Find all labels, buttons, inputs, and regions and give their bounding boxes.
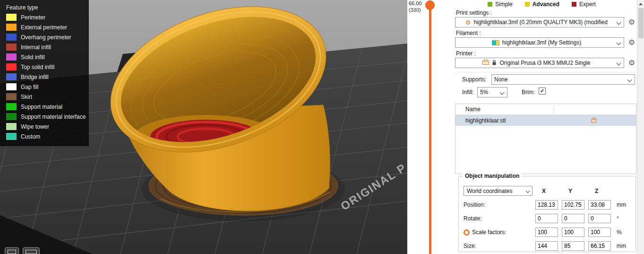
filament-label: Filament : bbox=[456, 30, 481, 36]
feature-color-swatch bbox=[6, 14, 17, 21]
object-list-row[interactable]: highlightklaar.stl bbox=[455, 115, 636, 126]
mode-switcher: Simple Advanced Expert bbox=[488, 0, 596, 8]
size-unit: mm bbox=[615, 243, 630, 249]
printer-icon bbox=[482, 60, 489, 66]
brim-checkbox[interactable]: ✓ bbox=[539, 88, 546, 95]
legend-item: Skirt bbox=[6, 92, 89, 102]
legend-item: Support material bbox=[6, 102, 89, 112]
print-settings-value: highlightklaar.3mf (0.20mm QUALITY MK3) … bbox=[474, 19, 608, 26]
scrollbar-thumb[interactable] bbox=[638, 8, 644, 38]
feature-color-swatch bbox=[6, 83, 17, 90]
panel-scrollbar[interactable] bbox=[637, 0, 644, 254]
position-x-input[interactable] bbox=[535, 200, 558, 210]
filament-value: highlightklaar.3mf (My Settings) bbox=[502, 39, 581, 46]
axis-y-header: Y bbox=[562, 188, 588, 194]
feature-color-swatch bbox=[6, 133, 17, 140]
print-settings-gear-button[interactable]: ⚙ bbox=[627, 18, 636, 26]
legend-item: External perimeter bbox=[6, 22, 89, 32]
size-y-input[interactable] bbox=[562, 241, 584, 251]
filament-color-swatch bbox=[492, 40, 499, 45]
legend-item: Custom bbox=[6, 131, 89, 141]
rotate-x-input[interactable] bbox=[535, 214, 558, 223]
printer-value: Original Prusa i3 MK3 MMU2 Single bbox=[499, 60, 590, 66]
legend-item-label: Internal infill bbox=[21, 44, 51, 51]
print-settings-combo[interactable]: ⚙ highlightklaar.3mf (0.20mm QUALITY MK3… bbox=[455, 17, 624, 27]
feature-type-legend: Feature type Perimeter External perimete… bbox=[0, 0, 89, 146]
legend-item-label: External perimeter bbox=[21, 24, 67, 31]
filament-gear-button[interactable]: ⚙ bbox=[627, 38, 636, 47]
position-y-input[interactable] bbox=[562, 200, 584, 210]
legend-item-label: Support material interface bbox=[21, 114, 86, 120]
printer-label: Printer : bbox=[456, 50, 476, 57]
printer-combo[interactable]: Original Prusa i3 MK3 MMU2 Single bbox=[455, 58, 624, 68]
section-divider bbox=[455, 72, 636, 72]
scale-x-input[interactable] bbox=[535, 228, 558, 237]
legend-item: Perimeter bbox=[6, 12, 89, 22]
chevron-down-icon bbox=[617, 20, 621, 25]
mode-expert[interactable]: Expert bbox=[572, 1, 596, 8]
printer-gear-button[interactable]: ⚙ bbox=[627, 59, 636, 67]
legend-item-label: Support material bbox=[21, 104, 62, 110]
feature-color-swatch bbox=[6, 34, 17, 41]
prusaslicer-window: ORIGINAL P bbox=[0, 0, 644, 254]
mode-simple[interactable]: Simple bbox=[488, 1, 513, 8]
lock-icon bbox=[492, 60, 497, 67]
infill-value: 5% bbox=[480, 89, 488, 96]
legend-item-label: Wipe tower bbox=[21, 123, 49, 130]
rotate-label: Rotate: bbox=[464, 215, 535, 222]
chevron-down-icon bbox=[617, 41, 621, 45]
layer-height-value: 66.00 bbox=[409, 0, 422, 6]
axis-x-header: X bbox=[535, 188, 562, 194]
size-z-input[interactable] bbox=[588, 241, 611, 251]
layer-slider-area: 66.00 (330) bbox=[407, 0, 455, 254]
axis-z-header: Z bbox=[588, 188, 615, 194]
legend-item-label: Top solid infill bbox=[21, 64, 54, 70]
layer-number: (330) bbox=[409, 7, 421, 13]
preset-modified-icon: ⚙ bbox=[465, 19, 471, 26]
coordinates-select[interactable]: World coordinates bbox=[464, 186, 532, 196]
feature-color-swatch bbox=[6, 123, 17, 130]
filament-combo[interactable]: highlightklaar.3mf (My Settings) bbox=[455, 37, 624, 48]
supports-value: None bbox=[494, 76, 508, 83]
brim-label: Brim: bbox=[522, 89, 535, 96]
scale-z-input[interactable] bbox=[588, 228, 611, 237]
supports-select[interactable]: None bbox=[491, 74, 635, 85]
scale-label: Scale factors: bbox=[472, 229, 507, 236]
mode-expert-label: Expert bbox=[579, 1, 596, 8]
infill-select[interactable]: 5% bbox=[477, 87, 507, 97]
right-panel: Simple Advanced Expert Print settings : … bbox=[455, 0, 637, 254]
name-column-header: Name bbox=[465, 106, 481, 113]
rotate-y-input[interactable] bbox=[562, 214, 584, 223]
coordinates-value: World coordinates bbox=[467, 188, 513, 194]
3d-viewport[interactable]: ORIGINAL P bbox=[0, 0, 407, 254]
object-name: highlightklaar.stl bbox=[465, 117, 506, 124]
viewport-toolbar-icon[interactable] bbox=[5, 247, 19, 254]
position-label: Position: bbox=[464, 201, 535, 208]
print-settings-label: Print settings : bbox=[456, 9, 492, 16]
viewport-toolbar-icon[interactable] bbox=[23, 247, 40, 254]
legend-item: Gap fill bbox=[6, 82, 89, 92]
legend-title: Feature type bbox=[6, 3, 89, 12]
mode-simple-icon bbox=[488, 2, 492, 7]
scroll-up-button[interactable] bbox=[637, 0, 644, 8]
layer-slider-handle[interactable] bbox=[425, 0, 435, 10]
scale-warning-icon[interactable] bbox=[464, 229, 470, 236]
object-manipulation-group: Object manipulation World coordinates X … bbox=[458, 176, 636, 252]
printable-toggle-icon[interactable] bbox=[591, 117, 597, 125]
rotate-z-input[interactable] bbox=[588, 214, 611, 223]
check-icon: ✓ bbox=[540, 88, 544, 94]
infill-label: Infill: bbox=[462, 89, 474, 96]
legend-item: Top solid infill bbox=[6, 62, 89, 72]
scale-y-input[interactable] bbox=[562, 228, 584, 237]
size-x-input[interactable] bbox=[535, 241, 558, 251]
object-manipulation-title: Object manipulation bbox=[463, 173, 522, 179]
position-z-input[interactable] bbox=[588, 200, 611, 210]
feature-color-swatch bbox=[6, 44, 17, 51]
legend-item-label: Custom bbox=[21, 133, 40, 140]
legend-item: Internal infill bbox=[6, 42, 89, 52]
mode-advanced[interactable]: Advanced bbox=[525, 1, 559, 8]
mode-expert-icon bbox=[572, 2, 576, 7]
legend-item-label: Perimeter bbox=[21, 14, 45, 21]
chevron-down-icon bbox=[627, 78, 632, 82]
layer-slider-track[interactable] bbox=[429, 7, 431, 254]
